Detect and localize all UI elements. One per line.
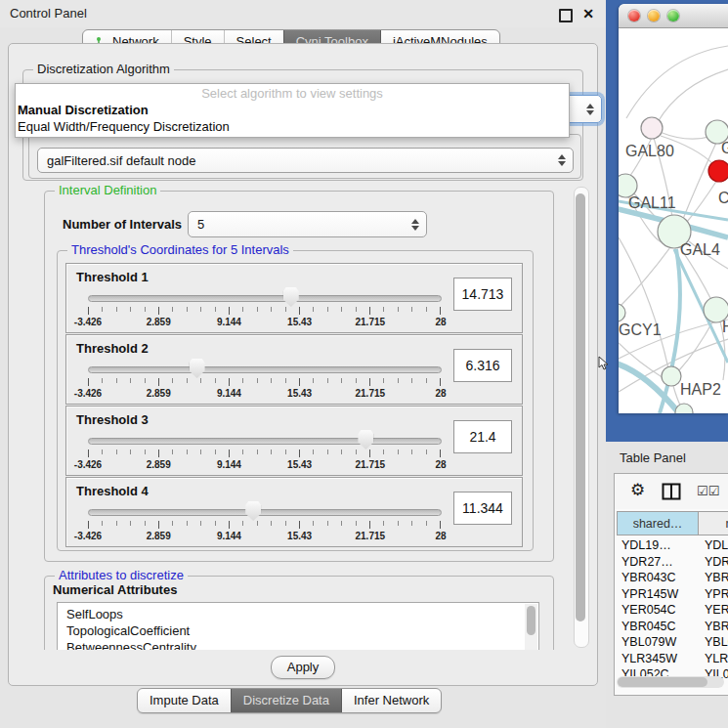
threshold-slider[interactable]: -3.4262.8599.14415.4321.71528 <box>88 432 440 471</box>
float-window-icon[interactable] <box>559 9 573 22</box>
threshold-label: Threshold 3 <box>76 412 149 427</box>
cyni-toolbox-pane: Discretization Algorithm Table Data galF… <box>8 43 598 686</box>
slider-ticks <box>88 378 441 386</box>
slider-track[interactable] <box>88 438 442 445</box>
table-row[interactable]: YPR145WYPR1 <box>617 587 728 604</box>
close-traffic-light[interactable] <box>628 10 640 21</box>
threshold-value-field[interactable]: 6.316 <box>453 349 512 382</box>
num-intervals-label: Number of Intervals <box>63 217 182 232</box>
slider-track[interactable] <box>88 509 442 516</box>
slider-tick-labels: -3.4262.8599.14415.4321.71528 <box>88 459 441 471</box>
svg-text:GAL11: GAL11 <box>628 194 676 211</box>
algorithm-dropdown-popup: Select algorithm to view settings Manual… <box>15 83 570 138</box>
list-item[interactable]: SelfLoops <box>58 606 538 622</box>
table-row[interactable]: YDL19…YDL1 <box>617 538 728 555</box>
tab-label: Infer Network <box>354 689 429 712</box>
slider-track[interactable] <box>88 366 442 373</box>
threshold-label: Threshold 4 <box>76 484 149 498</box>
slider-tick-labels: -3.4262.8599.14415.4321.71528 <box>88 317 441 328</box>
svg-text:GCY1: GCY1 <box>619 321 662 338</box>
slider-tick-labels: -3.4262.8599.14415.4321.71528 <box>88 388 441 400</box>
popup-option-equal-width[interactable]: Equal Width/Frequency Discretization <box>18 118 230 135</box>
control-panel: Control Panel ✕ Network Style Select Cyn… <box>0 0 606 728</box>
tab-discretize-data[interactable]: Discretize Data <box>231 689 341 712</box>
settings-scrollbar[interactable] <box>574 187 589 648</box>
threshold-value-field[interactable]: 21.4 <box>453 420 512 453</box>
node-partial[interactable] <box>675 404 693 413</box>
node-selected-red[interactable] <box>708 160 728 182</box>
network-canvas[interactable]: GAL80 GA C GAL11 GAL4 GCY1 H HAP2 <box>619 28 728 413</box>
slider-ticks <box>88 450 441 457</box>
table-row[interactable]: YBR043CYBR0 <box>617 571 728 587</box>
apply-button[interactable]: Apply <box>271 656 335 679</box>
svg-text:HAP2: HAP2 <box>680 381 721 398</box>
node-table: ⚙ ☑☑ shared… na YDL19…YDL1 YDR27…YDR2 YB… <box>614 473 728 696</box>
slider-thumb[interactable] <box>358 430 373 450</box>
slider-thumb[interactable] <box>190 359 205 378</box>
combo-value: galFiltered.sif default node <box>47 153 195 168</box>
table-panel: Table Panel ⚙ ☑☑ shared… na YDL19…YDL1 Y… <box>606 442 728 728</box>
node-gal80[interactable] <box>641 117 663 139</box>
zoom-traffic-light[interactable] <box>667 10 679 21</box>
close-icon[interactable]: ✕ <box>582 5 594 22</box>
slider-ticks <box>88 307 441 315</box>
threshold-label: Threshold 1 <box>76 270 149 284</box>
column-header-shared[interactable]: shared… <box>617 511 699 535</box>
group-title: Discretization Algorithm <box>33 62 174 77</box>
threshold-slider[interactable]: -3.4262.8599.14415.4321.71528 <box>88 289 440 328</box>
threshold-label: Threshold 2 <box>76 341 149 356</box>
svg-text:C: C <box>718 190 728 206</box>
table-row[interactable]: YDR27…YDR2 <box>617 555 728 572</box>
tab-label: Impute Data <box>150 689 219 712</box>
svg-text:GA: GA <box>721 140 728 156</box>
thresholds-group: Threshold's Coordinates for 5 Intervals … <box>57 250 534 551</box>
network-view-window: GAL80 GA C GAL11 GAL4 GCY1 H HAP2 <box>619 4 728 413</box>
columns-icon[interactable] <box>662 482 681 501</box>
gear-icon[interactable]: ⚙ <box>630 481 645 500</box>
list-item[interactable]: TopologicalCoefficient <box>58 622 538 639</box>
tab-impute-data[interactable]: Impute Data <box>138 689 231 712</box>
threshold-panel: Threshold 4 -3.4262.8599.14415.4321.7152… <box>65 477 523 547</box>
tab-infer-network[interactable]: Infer Network <box>341 689 441 712</box>
minimize-traffic-light[interactable] <box>648 10 660 21</box>
svg-text:H: H <box>722 319 728 335</box>
bottom-tab-bar: Impute Data Discretize Data Infer Networ… <box>137 688 442 713</box>
table-toolbar: ⚙ ☑☑ <box>615 474 728 509</box>
column-header-name[interactable]: na <box>699 511 728 535</box>
slider-thumb[interactable] <box>283 287 299 307</box>
attributes-list[interactable]: SelfLoops TopologicalCoefficient Between… <box>57 602 539 650</box>
popup-hint: Select algorithm to view settings <box>16 85 569 102</box>
tab-label: Discretize Data <box>243 689 329 712</box>
list-scrollbar[interactable] <box>525 604 537 650</box>
table-row[interactable]: YBR045CYBR0 <box>617 620 728 636</box>
num-intervals-combobox[interactable]: 5 <box>188 211 427 237</box>
table-row[interactable]: YER054CYER0 <box>617 603 728 620</box>
threshold-slider[interactable]: -3.4262.8599.14415.4321.71528 <box>88 361 440 400</box>
control-panel-header: Control Panel ✕ <box>0 0 606 27</box>
threshold-value-field[interactable]: 11.344 <box>453 492 512 525</box>
threshold-value-field[interactable]: 14.713 <box>453 278 512 311</box>
popup-option-manual-discretization[interactable]: Manual Discretization <box>18 102 149 118</box>
table-row[interactable]: YLR345WYLR3 <box>617 652 728 668</box>
table-data-group: Table Data galFiltered.sif default node <box>28 134 581 179</box>
threshold-panel: Threshold 3 -3.4262.8599.14415.4321.7152… <box>65 406 523 476</box>
network-window-titlebar[interactable] <box>619 4 728 28</box>
node-hap2[interactable] <box>662 366 681 386</box>
slider-thumb[interactable] <box>245 501 261 521</box>
table-hscrollbar[interactable] <box>617 676 724 688</box>
list-item[interactable]: BetweennessCentrality <box>58 639 538 650</box>
slider-track[interactable] <box>88 295 442 302</box>
table-row[interactable]: YBL079WYBL0 <box>617 635 728 652</box>
settings-scroll-area: Interval Definition Number of Intervals … <box>21 183 570 650</box>
group-title: Interval Definition <box>55 183 160 198</box>
threshold-panel: Threshold 1 -3.4262.8599.14415.4321.7152… <box>65 263 523 333</box>
svg-text:GAL80: GAL80 <box>625 143 674 159</box>
numerical-attributes-label: Numerical Attributes <box>53 582 177 597</box>
stepper-icon <box>558 154 566 166</box>
slider-tick-labels: -3.4262.8599.14415.4321.71528 <box>88 531 441 542</box>
threshold-slider[interactable]: -3.4262.8599.14415.4321.71528 <box>88 503 440 542</box>
table-data-combobox[interactable]: galFiltered.sif default node <box>37 148 574 173</box>
select-columns-icon[interactable]: ☑☑ <box>697 484 719 498</box>
node-gcy1[interactable] <box>619 304 625 321</box>
threshold-panel: Threshold 2 -3.4262.8599.14415.4321.7152… <box>65 334 523 405</box>
